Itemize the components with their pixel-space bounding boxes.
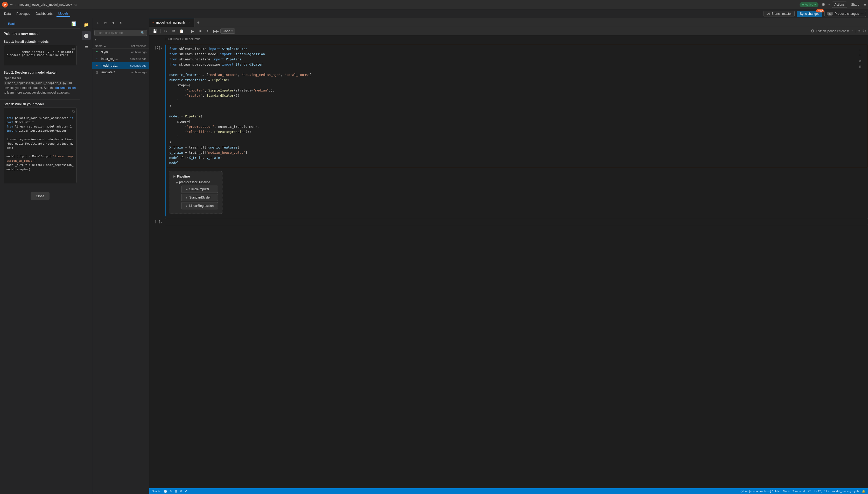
save-icon[interactable]: 💾 bbox=[151, 28, 158, 35]
name-column-header[interactable]: Name ▲ bbox=[95, 44, 123, 48]
toolbar-divider-2 bbox=[187, 29, 187, 34]
cell-content-empty[interactable] bbox=[165, 218, 868, 225]
file-item-linear-regr[interactable]: ~ linear_regr... a minute ago bbox=[92, 55, 149, 62]
yaml-file-date: an hour ago bbox=[123, 51, 147, 54]
pipeline-expand-icon[interactable]: ▶ bbox=[173, 175, 175, 178]
editor-toolbar: 💾 ✂ ⧉ 📋 ▶ ■ ↻ ▶▶ Code ▾ ⚙ Python [conda … bbox=[149, 27, 868, 35]
cell-inner-empty bbox=[165, 218, 868, 225]
template-file-icon: {} bbox=[95, 70, 99, 74]
search-icon: 🔍 bbox=[141, 31, 145, 35]
shield-icon: 🛡 bbox=[808, 490, 811, 493]
gear-icon[interactable]: ⚙ bbox=[820, 1, 826, 8]
actions-button[interactable]: Actions bbox=[832, 2, 847, 8]
upload-icon[interactable]: ⬆ bbox=[110, 20, 117, 26]
bell-icon[interactable]: 🔔 bbox=[862, 490, 865, 493]
file-item-model-training[interactable]: ~ model_trai... seconds ago bbox=[92, 62, 149, 69]
new-folder-icon[interactable]: 🗂 bbox=[102, 20, 109, 26]
linear-regr-file-date: a minute ago bbox=[123, 57, 147, 60]
sync-changes-button[interactable]: Sync changes New bbox=[797, 11, 823, 17]
file-breadcrumb: / bbox=[92, 38, 149, 43]
nav-models[interactable]: Models bbox=[56, 11, 71, 17]
linear-regr-file-icon: ~ bbox=[95, 57, 99, 61]
cell-output-7: ▶ Pipeline ▶ preprocessor: Pipeline bbox=[166, 168, 868, 217]
cut-icon[interactable]: ✂ bbox=[163, 28, 169, 35]
app-logo: P bbox=[2, 2, 8, 7]
linear-regr-file-name: linear_regr... bbox=[100, 57, 121, 61]
close-button[interactable]: Close bbox=[31, 192, 50, 200]
cell-copy-icon[interactable]: ⧉ bbox=[857, 59, 863, 64]
refresh-icon[interactable]: ↻ bbox=[118, 20, 125, 26]
new-file-icon[interactable]: + bbox=[94, 20, 101, 26]
cell-move-up-icon[interactable]: ⬆ bbox=[857, 48, 863, 53]
left-panel-header: ← Back 📊 bbox=[0, 18, 80, 28]
standard-scaler-box[interactable]: ▶ StandardScaler bbox=[181, 194, 218, 201]
date-column-header[interactable]: Last Modified bbox=[123, 44, 147, 48]
breadcrumb-sep: › bbox=[15, 3, 16, 6]
pipeline-diagram: ▶ Pipeline ▶ preprocessor: Pipeline bbox=[169, 171, 223, 214]
cell-delete-icon[interactable]: 🗑 bbox=[857, 64, 863, 70]
kernel-label[interactable]: Python [conda env:base] * bbox=[816, 29, 853, 33]
star-icon[interactable]: ☆ bbox=[74, 3, 77, 7]
step2-desc: Open the file linear_regression_model_ad… bbox=[4, 76, 76, 95]
cell-gutter-7: [7]: bbox=[149, 44, 165, 217]
simple-imputer-expand-icon: ▶ bbox=[186, 188, 188, 191]
tab-close-icon[interactable]: × bbox=[187, 20, 191, 25]
editor-tabs: ~ model_training.ipynb × + bbox=[149, 18, 868, 27]
sidebar-circle-icon[interactable]: ⬤ bbox=[82, 31, 91, 40]
documentation-link[interactable]: documentation bbox=[55, 86, 76, 90]
propose-changes-button[interactable]: 83 Propose changes ⋯ bbox=[825, 11, 866, 17]
code-cell-7: [7]: from sklearn.impute import SimpleIm… bbox=[149, 44, 868, 217]
step3-title: Step 3: Publish your model bbox=[4, 102, 76, 106]
sidebar-folder-icon[interactable]: 📁 bbox=[82, 20, 91, 29]
tab-model-training[interactable]: ~ model_training.ipynb × bbox=[149, 18, 194, 27]
cell-inner-7: from sklearn.impute import SimpleImputer… bbox=[166, 44, 868, 217]
nav-packages[interactable]: Packages bbox=[14, 11, 32, 17]
linear-regression-box[interactable]: ▶ LinearRegression bbox=[181, 202, 218, 209]
tab-add-button[interactable]: + bbox=[194, 18, 202, 27]
sidebar-list-icon[interactable]: ☰ bbox=[82, 42, 91, 51]
kernel-status-label[interactable]: Python [conda env:base] * | Idle bbox=[740, 490, 780, 493]
cell-type-dropdown[interactable]: Code ▾ bbox=[220, 28, 235, 34]
model-training-file-date: seconds ago bbox=[123, 64, 147, 67]
cell-type-icon[interactable]: ▦ bbox=[175, 490, 177, 493]
file-panel: + 🗂 ⬆ ↻ 🔍 / Name ▲ Last Modified Y ci.ym… bbox=[92, 18, 149, 494]
app-menu-dots[interactable]: ··· bbox=[10, 2, 13, 7]
active-status-badge[interactable]: Active ▾ bbox=[799, 2, 819, 7]
step3-section: Step 3: Publish your model from palantir… bbox=[0, 100, 80, 186]
toggle-icon[interactable]: ⬤ bbox=[164, 490, 167, 493]
run-icon[interactable]: ▶ bbox=[189, 28, 196, 35]
stop-icon[interactable]: ■ bbox=[197, 28, 204, 35]
run-all-icon[interactable]: ▶▶ bbox=[213, 28, 219, 35]
branch-button[interactable]: ⎇ Branch master bbox=[763, 11, 795, 17]
simple-imputer-box[interactable]: ▶ SimpleImputer bbox=[181, 186, 218, 193]
circle-icon[interactable]: ⊙ bbox=[185, 490, 187, 493]
copy-icon[interactable]: ⧉ bbox=[170, 28, 177, 35]
panel-chart-icon[interactable]: 📊 bbox=[71, 21, 76, 26]
cell-container-empty bbox=[165, 218, 868, 225]
simple-label[interactable]: Simple bbox=[152, 490, 161, 493]
sync-new-badge: New bbox=[816, 9, 824, 13]
propose-count-badge: 83 bbox=[827, 12, 833, 16]
step3-copy-icon[interactable]: ⧉ bbox=[72, 109, 75, 114]
paste-icon[interactable]: 📋 bbox=[178, 28, 185, 35]
back-button[interactable]: ← Back bbox=[4, 22, 16, 26]
file-search-input[interactable] bbox=[97, 31, 139, 35]
share-button[interactable]: Share bbox=[849, 2, 862, 7]
status-file-name: model_training.ipynb bbox=[832, 490, 858, 493]
sidebar-settings-icon[interactable]: ⚙ bbox=[862, 28, 866, 34]
cell-input-7: from sklearn.impute import SimpleImputer… bbox=[166, 44, 868, 168]
row-info: 13600 rows × 10 columns bbox=[149, 35, 868, 43]
hamburger-icon[interactable]: ≡ bbox=[864, 2, 866, 7]
preprocessor-expand-icon[interactable]: ▶ bbox=[176, 181, 178, 184]
toolbar-divider-1 bbox=[160, 29, 161, 34]
nav-data[interactable]: Data bbox=[2, 11, 13, 17]
cell-move-down-icon[interactable]: ⬇ bbox=[857, 53, 863, 58]
file-item-yaml[interactable]: Y ci.yml an hour ago bbox=[92, 49, 149, 55]
step1-copy-icon[interactable]: ⧉ bbox=[72, 47, 75, 51]
status-zero-1: 0 bbox=[170, 490, 172, 493]
nav-dashboards[interactable]: Dashboards bbox=[34, 11, 55, 17]
editor-settings-icon[interactable]: ⚙ bbox=[811, 28, 814, 34]
cell-content-7[interactable]: from sklearn.impute import SimpleImputer… bbox=[166, 44, 868, 168]
restart-icon[interactable]: ↻ bbox=[205, 28, 211, 35]
file-item-template[interactable]: {} templateC... an hour ago bbox=[92, 69, 149, 76]
